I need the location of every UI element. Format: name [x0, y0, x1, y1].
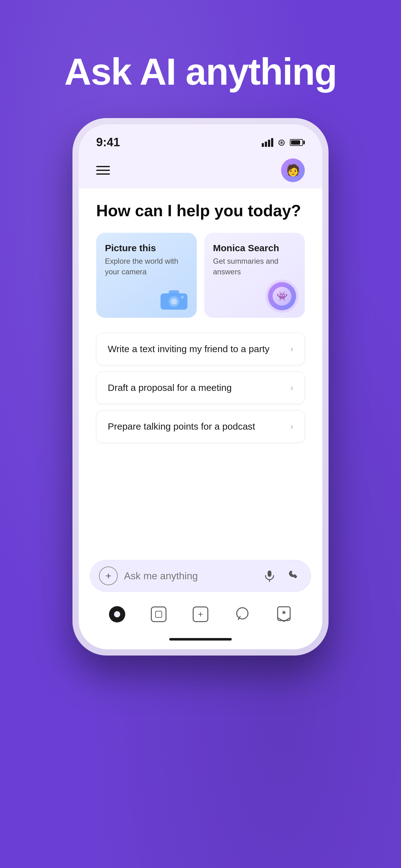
bottom-nav: +: [90, 602, 311, 633]
suggestion-item-2[interactable]: Draft a proposal for a meeting ›: [96, 372, 305, 404]
chevron-icon-3: ›: [291, 422, 293, 432]
add-button[interactable]: +: [99, 566, 118, 585]
status-time: 9:41: [96, 135, 120, 149]
svg-rect-5: [268, 570, 271, 577]
chevron-icon-1: ›: [291, 344, 293, 354]
monica-icon-area: 👾: [213, 282, 296, 310]
camera-icon-area: [105, 288, 188, 310]
phone-screen: 9:41 ⊛: [79, 124, 322, 649]
chevron-icon-2: ›: [291, 383, 293, 393]
wifi-icon: ⊛: [278, 137, 286, 148]
suggestion-text-2: Draft a proposal for a meeting: [108, 382, 232, 393]
monica-inner: 👾: [273, 287, 291, 306]
menu-button[interactable]: [96, 166, 110, 175]
nav-item-home[interactable]: [100, 602, 134, 627]
status-icons: ⊛: [262, 137, 305, 148]
svg-point-7: [237, 608, 248, 619]
nav-item-assistant[interactable]: [142, 602, 175, 627]
suggestion-item-3[interactable]: Prepare talking points for a podcast ›: [96, 410, 305, 443]
suggestion-text-3: Prepare talking points for a podcast: [108, 421, 255, 432]
assistant-icon: [149, 605, 168, 624]
card-text-area: Monica Search Get summaries and answers: [213, 243, 296, 277]
new-icon: +: [191, 605, 210, 624]
suggestion-text-1: Write a text inviting my friend to a par…: [108, 344, 269, 354]
picture-card-desc: Explore the world with your camera: [105, 256, 188, 277]
hero-title: Ask AI anything: [64, 50, 337, 93]
chat-icon: [233, 605, 252, 624]
nav-item-saved[interactable]: [267, 602, 301, 627]
nav-item-new[interactable]: +: [183, 602, 218, 627]
monica-card-desc: Get summaries and answers: [213, 256, 296, 277]
home-icon: [108, 605, 127, 624]
svg-point-4: [181, 296, 184, 299]
suggestions-list: Write a text inviting my friend to a par…: [96, 333, 305, 443]
picture-this-card[interactable]: Picture this Explore the world with your…: [96, 233, 197, 317]
camera-icon: [160, 288, 188, 310]
signal-icon: [262, 138, 273, 147]
monica-card-title: Monica Search: [213, 243, 296, 253]
saved-icon: [274, 605, 293, 624]
ask-input[interactable]: [124, 570, 255, 582]
main-content: How can I help you today? Picture this E…: [79, 188, 322, 552]
suggestion-item-1[interactable]: Write a text inviting my friend to a par…: [96, 333, 305, 365]
battery-icon: [290, 139, 305, 146]
bottom-area: +: [79, 552, 322, 649]
phone-wrapper: 9:41 ⊛: [72, 118, 329, 655]
input-bar: +: [90, 560, 311, 592]
phone-frame: 9:41 ⊛: [72, 118, 329, 655]
card-text-area: Picture this Explore the world with your…: [105, 243, 188, 277]
home-indicator: [169, 638, 232, 641]
nav-item-chat[interactable]: [226, 602, 259, 627]
picture-card-title: Picture this: [105, 243, 188, 253]
status-bar: 9:41 ⊛: [79, 124, 322, 152]
monica-search-card[interactable]: Monica Search Get summaries and answers …: [204, 233, 305, 317]
greeting-text: How can I help you today?: [96, 201, 305, 220]
monica-icon: 👾: [268, 282, 296, 310]
svg-rect-3: [169, 290, 179, 294]
feature-cards: Picture this Explore the world with your…: [96, 233, 305, 317]
svg-point-2: [171, 299, 177, 305]
top-nav: 🧑: [79, 152, 322, 188]
microphone-button[interactable]: [261, 567, 278, 585]
monica-face: 👾: [277, 291, 288, 301]
avatar[interactable]: 🧑: [281, 158, 305, 182]
phone-button[interactable]: [285, 567, 302, 585]
